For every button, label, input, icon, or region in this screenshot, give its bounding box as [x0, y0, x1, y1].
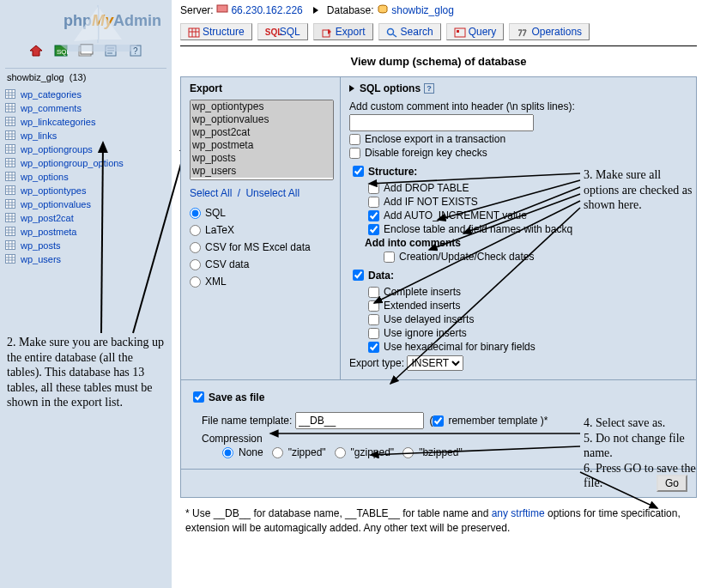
arrow-icon — [349, 85, 354, 92]
svg-rect-22 — [6, 131, 15, 140]
svg-rect-47 — [6, 200, 15, 209]
custom-comment-input[interactable] — [349, 114, 534, 131]
filename-template-input[interactable] — [295, 412, 424, 429]
svg-rect-7 — [6, 90, 15, 99]
table-icon — [5, 103, 17, 113]
format-csv-radio[interactable] — [190, 259, 201, 270]
server-link[interactable]: 66.230.162.226 — [231, 4, 302, 16]
format-latex-radio[interactable] — [190, 225, 201, 236]
sidebar-table-item[interactable]: wp_optiongroups — [5, 142, 166, 156]
sidebar-table-item[interactable]: wp_links — [5, 129, 166, 142]
help-icon[interactable]: ? — [424, 83, 434, 94]
compression-bzipped-radio[interactable] — [402, 447, 414, 458]
svg-rect-67 — [6, 255, 15, 264]
database-link[interactable]: showbiz_glog — [391, 4, 454, 16]
compression-gzipped-radio[interactable] — [335, 447, 346, 458]
svg-line-79 — [393, 34, 396, 37]
sidebar-table-item[interactable]: wp_optiongroup_options — [5, 156, 166, 170]
select-all-link[interactable]: Select All — [190, 187, 232, 199]
sidebar-table-name: wp_postmeta — [21, 227, 76, 237]
backquotes-checkbox[interactable] — [368, 224, 379, 235]
svg-rect-52 — [6, 214, 15, 222]
server-label: Server: — [180, 4, 214, 16]
sidebar-table-name: wp_optiongroups — [21, 144, 93, 155]
format-sql-radio[interactable] — [190, 208, 201, 219]
sidebar-table-item[interactable]: wp_postmeta — [5, 225, 166, 239]
sidebar-db-name: showbiz_glog — [7, 72, 64, 82]
annotation-3: 3. Make sure all options are checked as … — [584, 167, 699, 213]
format-xml-radio[interactable] — [190, 276, 201, 288]
disable-fk-checkbox[interactable] — [349, 148, 360, 159]
sql-icon: SQL — [265, 27, 277, 38]
tab-operations[interactable]: Operations — [509, 23, 590, 40]
add-into-comments-label: Add into comments — [349, 236, 687, 250]
svg-rect-32 — [6, 159, 15, 167]
custom-comment-label: Add custom comment into header (\n split… — [349, 100, 687, 113]
database-label: Database: — [327, 4, 374, 16]
sidebar-table-item[interactable]: wp_comments — [5, 101, 166, 115]
sidebar-table-name: wp_comments — [21, 103, 82, 113]
sidebar-db-heading[interactable]: showbiz_glog (13) — [5, 68, 166, 86]
home-icon[interactable] — [27, 44, 45, 59]
search-icon — [386, 27, 398, 38]
sidebar-table-name: wp_users — [21, 254, 61, 264]
svg-point-78 — [387, 28, 393, 34]
table-icon — [5, 199, 17, 209]
hex-checkbox[interactable] — [368, 342, 379, 353]
breadcrumb-arrow-icon — [313, 7, 318, 14]
format-csv-excel-radio[interactable] — [190, 242, 201, 253]
sidebar-table-item[interactable]: wp_posts — [5, 239, 166, 252]
complete-inserts-checkbox[interactable] — [368, 287, 379, 298]
export-type-select[interactable]: INSERT — [407, 355, 463, 371]
table-icon — [5, 227, 17, 237]
sidebar-table-name: wp_linkcategories — [21, 117, 95, 127]
svg-rect-57 — [6, 227, 15, 236]
sidebar-table-name: wp_posts — [21, 240, 60, 251]
data-checkbox[interactable] — [353, 270, 364, 281]
sidebar-table-item[interactable]: wp_linkcategories — [5, 115, 166, 129]
tab-search[interactable]: Search — [378, 23, 441, 40]
sidebar: phpMyAdmin SQL ? showbiz_glog (13) wp_ca… — [0, 0, 172, 588]
auto-inc-checkbox[interactable] — [368, 210, 379, 221]
sidebar-table-list: wp_categorieswp_commentswp_linkcategorie… — [5, 86, 166, 266]
structure-checkbox[interactable] — [353, 166, 364, 177]
export-tables-select[interactable]: wp_optiontypeswp_optionvalueswp_post2cat… — [190, 100, 334, 180]
query-icon — [454, 27, 466, 38]
save-as-file-checkbox[interactable] — [193, 391, 204, 403]
dates-checkbox[interactable] — [384, 252, 395, 263]
delayed-inserts-checkbox[interactable] — [368, 314, 379, 325]
export-heading: Export — [190, 82, 331, 100]
breadcrumb: Server: 66.230.162.226 Database: showbiz… — [180, 2, 697, 21]
strftime-link[interactable]: any strftime — [492, 507, 545, 519]
sidebar-table-item[interactable]: wp_optionvalues — [5, 197, 166, 211]
tab-export[interactable]: Export — [313, 23, 373, 40]
if-not-exists-checkbox[interactable] — [368, 197, 379, 208]
export-icon — [321, 27, 333, 38]
enclose-tx-checkbox[interactable] — [349, 134, 360, 145]
table-icon — [5, 254, 17, 264]
sidebar-table-item[interactable]: wp_users — [5, 252, 166, 266]
tab-structure[interactable]: Structure — [180, 23, 252, 40]
ignore-inserts-checkbox[interactable] — [368, 328, 379, 339]
ship-logo-icon — [51, 2, 146, 53]
unselect-all-link[interactable]: Unselect All — [245, 187, 300, 199]
annotation-2: 2. Make sure you are backing up the enti… — [7, 335, 170, 410]
sidebar-table-name: wp_post2cat — [21, 213, 74, 223]
sidebar-table-item[interactable]: wp_categories — [5, 88, 166, 101]
svg-rect-74 — [217, 5, 227, 12]
page-title: View dump (schema) of database — [180, 50, 697, 76]
drop-table-checkbox[interactable] — [368, 183, 379, 194]
compression-none-radio[interactable] — [222, 447, 233, 458]
compression-zipped-radio[interactable] — [272, 447, 283, 458]
extended-inserts-checkbox[interactable] — [368, 300, 379, 312]
tab-query[interactable]: Query — [446, 23, 505, 40]
operations-icon — [517, 27, 529, 38]
sidebar-table-item[interactable]: wp_post2cat — [5, 211, 166, 225]
svg-rect-37 — [6, 173, 15, 181]
tab-sql[interactable]: SQLSQL — [257, 23, 308, 40]
sidebar-table-name: wp_optiongroup_options — [21, 158, 124, 168]
remember-template-checkbox[interactable] — [433, 415, 444, 427]
export-type-label: Export type: — [349, 357, 404, 369]
sidebar-table-item[interactable]: wp_options — [5, 170, 166, 184]
sidebar-table-item[interactable]: wp_optiontypes — [5, 184, 166, 197]
